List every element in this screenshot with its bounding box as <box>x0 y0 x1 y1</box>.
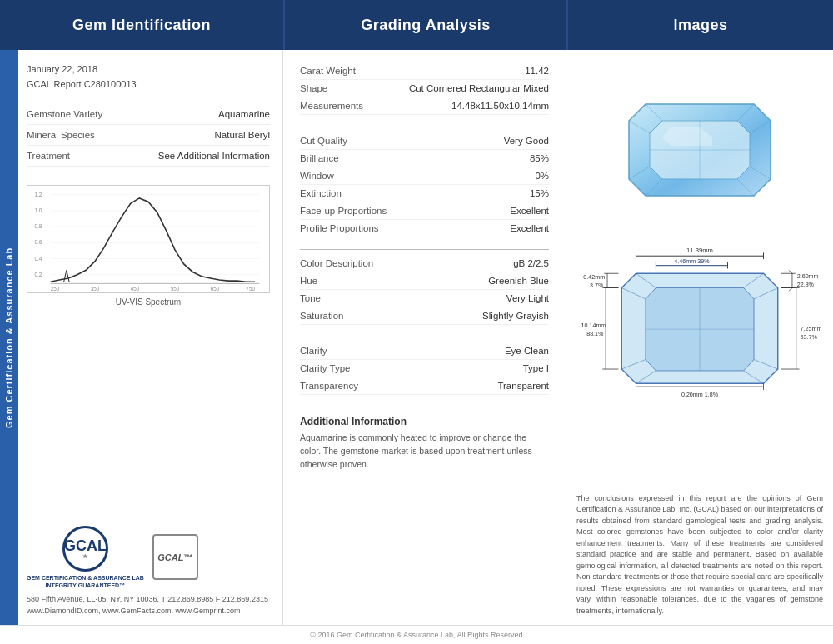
svg-text:4.46mm 39%: 4.46mm 39% <box>674 258 710 265</box>
gcal-sub1: GEM CERTIFICATION & ASSURANCE LABINTEGRI… <box>27 574 144 589</box>
svg-text:550: 550 <box>171 286 180 292</box>
header: Gem Identification Grading Analysis Imag… <box>0 0 833 50</box>
measurements-row: Measurements 14.48x11.50x10.14mm <box>300 97 549 115</box>
header-images-label: Images <box>673 17 727 34</box>
profile-label: Profile Proportions <box>300 223 379 233</box>
svg-line-59 <box>789 270 792 273</box>
shape-row: Shape Cut Cornered Rectangular Mixed <box>300 80 549 97</box>
tone-value: Very Light <box>506 293 549 303</box>
diagram-area: 11.39mm 4.46mm 39% <box>576 242 823 487</box>
cut-section: Cut Quality Very Good Brilliance 85% Win… <box>300 132 549 237</box>
gem-treatment-label: Treatment <box>27 151 70 161</box>
right-panel: 11.39mm 4.46mm 39% <box>566 50 833 625</box>
gem-prop-mineral: Mineral Species Natural Beryl <box>27 125 270 146</box>
gem-properties: Gemstone Variety Aquamarine Mineral Spec… <box>27 104 270 167</box>
divider-1 <box>300 127 549 127</box>
color-section: Color Description gB 2/2.5 Hue Greenish … <box>300 255 549 325</box>
carat-row: Carat Weight 11.42 <box>300 62 549 80</box>
svg-text:0.2: 0.2 <box>34 272 42 277</box>
shape-label: Shape <box>300 83 327 93</box>
logo-area: GCAL ★ GEM CERTIFICATION & ASSURANCE LAB… <box>27 519 270 589</box>
svg-text:0.6: 0.6 <box>34 240 42 246</box>
svg-text:350: 350 <box>91 286 100 292</box>
hue-value: Greenish Blue <box>488 276 549 286</box>
content-row: Gem Certification & Assurance Lab Januar… <box>0 50 833 625</box>
svg-text:650: 650 <box>211 286 220 292</box>
header-gem-id-label: Gem Identification <box>72 17 211 34</box>
shape-value: Cut Cornered Rectangular Mixed <box>409 83 549 93</box>
faceup-label: Face-up Proportions <box>300 206 387 216</box>
additional-title: Additional Information <box>300 416 549 427</box>
divider-2 <box>300 249 549 250</box>
page: Gem Identification Grading Analysis Imag… <box>0 0 833 644</box>
hue-row: Hue Greenish Blue <box>300 272 549 290</box>
left-panel: January 22, 2018 GCAL Report C280100013 … <box>18 50 283 625</box>
disclaimer: The conclusions expressed in this report… <box>576 493 823 617</box>
clarity-type-label: Clarity Type <box>300 363 351 373</box>
svg-text:11.39mm: 11.39mm <box>686 247 713 254</box>
extinction-label: Extinction <box>300 188 342 198</box>
clarity-type-row: Clarity Type Type I <box>300 360 549 377</box>
cut-quality-row: Cut Quality Very Good <box>300 132 549 150</box>
bottom-footer: © 2016 Gem Certification & Assurance Lab… <box>0 625 833 644</box>
faceup-row: Face-up Proportions Excellent <box>300 202 549 220</box>
basic-section: Carat Weight 11.42 Shape Cut Cornered Re… <box>300 62 549 115</box>
hue-label: Hue <box>300 276 317 286</box>
clarity-type-value: Type I <box>523 363 549 373</box>
brilliance-label: Brilliance <box>300 153 339 163</box>
gcal-badge: GCAL™ <box>152 534 198 580</box>
window-label: Window <box>300 171 334 181</box>
carat-value: 11.42 <box>525 66 549 76</box>
spectrum-chart: 1.2 1.0 0.8 0.6 0.4 0.2 250 <box>27 185 270 293</box>
transparency-row: Transparency Transparent <box>300 377 549 395</box>
svg-text:63.7%: 63.7% <box>801 334 818 341</box>
window-value: 0% <box>535 171 549 181</box>
svg-text:250: 250 <box>51 286 60 292</box>
gem-mineral-value: Natural Beryl <box>215 130 270 140</box>
brilliance-row: Brilliance 85% <box>300 150 549 167</box>
extinction-row: Extinction 15% <box>300 185 549 202</box>
gem-variety-label: Gemstone Variety <box>27 109 102 119</box>
clarity-section: Clarity Eye Clean Clarity Type Type I Tr… <box>300 342 549 395</box>
svg-text:22.8%: 22.8% <box>797 282 815 288</box>
additional-info: Additional Information Aquamarine is com… <box>300 416 549 471</box>
svg-text:10.14mm: 10.14mm <box>581 322 606 329</box>
header-grading: Grading Analysis <box>283 0 566 50</box>
svg-text:1.2: 1.2 <box>34 192 42 197</box>
saturation-row: Saturation Slightly Grayish <box>300 307 549 325</box>
measurements-label: Measurements <box>300 101 363 111</box>
cut-quality-value: Very Good <box>504 136 549 146</box>
color-desc-label: Color Description <box>300 258 373 268</box>
gem-variety-value: Aquamarine <box>218 109 270 119</box>
clarity-row: Clarity Eye Clean <box>300 342 549 360</box>
gem-image <box>576 58 823 233</box>
color-desc-value: gB 2/2.5 <box>513 258 549 268</box>
cut-quality-label: Cut Quality <box>300 136 347 146</box>
header-images: Images <box>566 0 833 50</box>
svg-text:0.8: 0.8 <box>34 223 42 229</box>
report-date: January 22, 2018 <box>27 62 270 77</box>
svg-text:0.4: 0.4 <box>34 256 42 262</box>
report-info: January 22, 2018 GCAL Report C280100013 <box>27 62 270 92</box>
clarity-label: Clarity <box>300 346 327 356</box>
svg-text:0.42mm: 0.42mm <box>583 274 605 281</box>
middle-panel: Carat Weight 11.42 Shape Cut Cornered Re… <box>283 50 566 625</box>
gem-treatment-value: See Additional Information <box>158 151 270 161</box>
saturation-value: Slightly Grayish <box>482 311 549 321</box>
copyright: © 2016 Gem Certification & Assurance Lab… <box>310 631 522 639</box>
svg-text:450: 450 <box>131 286 140 292</box>
faceup-value: Excellent <box>510 206 549 216</box>
gcal-circle: GCAL ★ <box>62 526 108 572</box>
clarity-value: Eye Clean <box>505 346 549 356</box>
header-grading-label: Grading Analysis <box>361 17 490 34</box>
carat-label: Carat Weight <box>300 66 356 76</box>
saturation-label: Saturation <box>300 311 343 321</box>
brilliance-value: 85% <box>530 153 549 163</box>
tone-label: Tone <box>300 293 321 303</box>
header-gem-id: Gem Identification <box>0 0 283 50</box>
extinction-value: 15% <box>530 188 549 198</box>
footer-address: 580 Fifth Avenue, LL-05, NY, NY 10036, T… <box>27 594 270 617</box>
svg-line-60 <box>789 287 792 291</box>
spectrum-label: UV-VIS Spectrum <box>27 297 270 307</box>
gem-prop-treatment: Treatment See Additional Information <box>27 146 270 167</box>
